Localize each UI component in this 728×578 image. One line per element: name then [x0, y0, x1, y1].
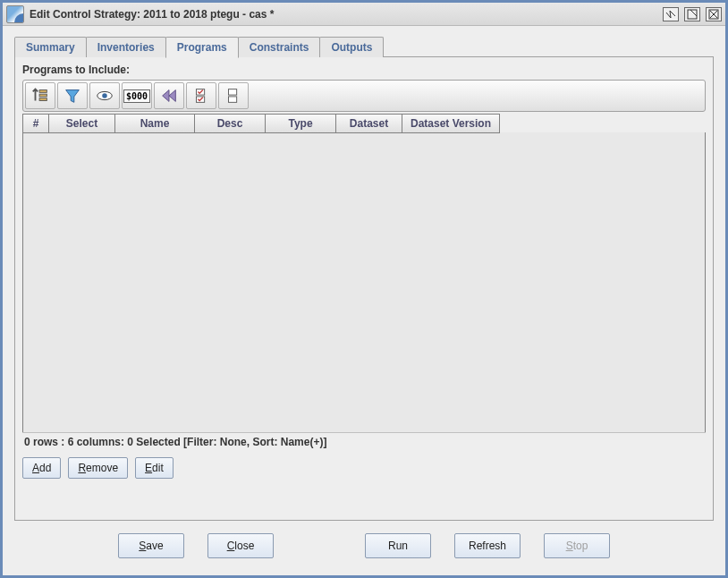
add-button[interactable]: Add [22, 457, 61, 479]
col-dataset-version[interactable]: Dataset Version [402, 114, 500, 133]
col-type[interactable]: Type [265, 114, 336, 133]
sort-icon [30, 86, 50, 106]
tab-bar: Summary Inventories Programs Constraints… [14, 36, 714, 57]
table-body[interactable] [22, 132, 706, 433]
svg-rect-9 [229, 89, 237, 95]
tab-programs[interactable]: Programs [165, 37, 239, 58]
refresh-button[interactable]: Refresh [454, 533, 521, 558]
check-all-icon [191, 86, 211, 106]
svg-point-6 [102, 93, 107, 98]
window-controls [663, 7, 722, 21]
tab-constraints[interactable]: Constraints [238, 37, 321, 57]
rewind-icon [159, 86, 179, 106]
remove-button[interactable]: Remove [68, 457, 128, 479]
tab-programs-panel: Programs to Include: [14, 56, 714, 521]
programs-label: Programs to Include: [22, 64, 706, 76]
tab-outputs[interactable]: Outputs [319, 37, 384, 57]
col-number[interactable]: # [22, 114, 49, 133]
filter-button[interactable] [57, 82, 88, 109]
maximize-button[interactable] [684, 7, 700, 21]
table-status: 0 rows : 6 columns: 0 Selected [Filter: … [22, 432, 706, 454]
app-icon [6, 5, 24, 23]
clear-selection-button[interactable] [218, 82, 249, 109]
titlebar: Edit Control Strategy: 2011 to 2018 pteg… [3, 3, 725, 26]
tab-inventories[interactable]: Inventories [86, 37, 166, 57]
reset-button[interactable] [154, 82, 184, 109]
eye-icon [95, 86, 114, 106]
action-buttons: Save Close Run Refresh Stop [14, 521, 714, 565]
crud-buttons: Add Remove Edit [22, 457, 706, 479]
close-button[interactable] [706, 7, 722, 21]
col-desc[interactable]: Desc [194, 114, 266, 133]
svg-rect-4 [39, 98, 47, 101]
run-button[interactable]: Run [365, 533, 431, 558]
col-name[interactable]: Name [114, 114, 195, 133]
minimize-button[interactable] [663, 7, 679, 21]
view-button[interactable] [89, 82, 120, 109]
svg-rect-3 [39, 94, 47, 97]
col-select[interactable]: Select [48, 114, 115, 133]
window-title: Edit Control Strategy: 2011 to 2018 pteg… [30, 8, 663, 21]
table-header: # Select Name Desc Type Dataset Dataset … [22, 114, 706, 133]
select-all-button[interactable] [186, 82, 216, 109]
svg-rect-2 [39, 90, 47, 93]
funnel-icon [63, 86, 82, 106]
table-toolbar: $000 [22, 80, 706, 112]
close-action-button[interactable]: Close [207, 533, 274, 558]
col-dataset[interactable]: Dataset [335, 114, 402, 133]
format-button[interactable]: $000 [122, 82, 152, 109]
uncheck-all-icon [224, 86, 243, 106]
client-area: Summary Inventories Programs Constraints… [5, 29, 723, 573]
window-frame: Edit Control Strategy: 2011 to 2018 pteg… [0, 0, 728, 578]
sort-button[interactable] [25, 82, 55, 109]
edit-button[interactable]: Edit [135, 457, 174, 479]
money-icon: $000 [123, 89, 150, 103]
svg-rect-10 [229, 97, 237, 102]
tab-summary[interactable]: Summary [14, 37, 87, 57]
save-button[interactable]: Save [118, 533, 184, 558]
stop-button: Stop [544, 533, 610, 558]
